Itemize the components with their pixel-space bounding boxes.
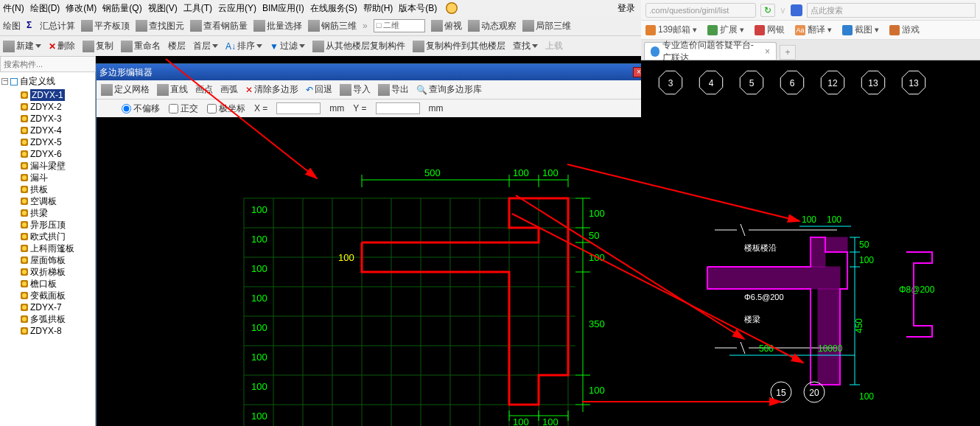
tool-topview[interactable]: 俯视 — [431, 20, 462, 32]
editor-titlebar[interactable]: 多边形编辑器 × — [97, 64, 648, 80]
clear-button[interactable]: ✕清除多边形 — [245, 83, 298, 96]
item-icon — [21, 209, 28, 217]
tree-item[interactable]: ZDYX-2 — [21, 101, 94, 113]
define-grid-button[interactable]: 定义网格 — [101, 83, 150, 96]
tree-item[interactable]: 漏斗 — [21, 172, 94, 184]
tree-item[interactable]: ZDYX-7 — [21, 301, 94, 313]
tree-item[interactable]: ZDYX-6 — [21, 148, 94, 160]
url-field[interactable]: .com/question/giml/list — [645, 3, 756, 18]
tool-find-elem[interactable]: 查找图元 — [136, 20, 184, 32]
export-button[interactable]: 导出 — [378, 83, 409, 96]
tree-item[interactable]: ZDYX-4 — [21, 125, 94, 136]
tree-item[interactable]: 空调板 — [21, 195, 94, 207]
sort-icon: A↓ — [225, 41, 236, 52]
login-link[interactable]: 登录 — [617, 2, 635, 15]
tree-item[interactable]: 拱梁 — [21, 207, 94, 219]
chevron-down-icon — [532, 44, 538, 48]
fav-screenshot[interactable]: 截图▾ — [842, 24, 879, 36]
sort-button[interactable]: A↓排序 — [225, 40, 262, 52]
menu-bim[interactable]: BIM应用(I) — [262, 2, 304, 15]
tree-item[interactable]: 双折梯板 — [21, 266, 94, 278]
arc-button[interactable]: 画弧 — [220, 83, 238, 96]
batch-icon — [253, 20, 265, 32]
tree-item[interactable]: 欧式拱门 — [21, 231, 94, 242]
tree-root[interactable]: 自定义线 — [1, 75, 94, 88]
y-label: Y = — [353, 103, 366, 114]
tab-close-icon[interactable]: × — [765, 46, 770, 57]
fav-mail[interactable]: 139邮箱▾ — [645, 24, 697, 36]
tool-sum[interactable]: 汇总计算 — [27, 20, 75, 32]
menu-view[interactable]: 视图(V) — [148, 2, 178, 15]
menu-tools[interactable]: 工具(T) — [183, 2, 212, 15]
item-label: 檐口板 — [30, 278, 57, 290]
tool-batch[interactable]: 批量选择 — [253, 20, 302, 32]
new-button[interactable]: 新建 — [3, 40, 41, 52]
item-label: ZDYX-6 — [30, 148, 62, 160]
rename-button[interactable]: 重命名 — [121, 40, 161, 52]
polar-check[interactable]: 极坐标 — [207, 102, 245, 115]
menu-version[interactable]: 版本号(B) — [399, 2, 437, 15]
undo-button[interactable]: ↶回退 — [306, 83, 332, 96]
copy-from-button[interactable]: 从其他楼层复制构件 — [312, 40, 405, 52]
view-mode-combo[interactable]: □ 二维 — [374, 19, 425, 32]
menu-rebar[interactable]: 钢筋量(Q) — [102, 2, 141, 15]
tree-item[interactable]: 多弧拱板 — [21, 313, 94, 325]
browser-tab[interactable]: 专业造价问题答疑平台-广联达 × — [644, 42, 777, 60]
floor-combo[interactable]: 首层 — [193, 40, 218, 52]
x-input[interactable] — [276, 102, 321, 114]
tree-item[interactable]: 异形压顶 — [21, 219, 94, 231]
tool-orbit[interactable]: 动态观察 — [468, 20, 517, 32]
menu-help[interactable]: 帮助(H) — [363, 2, 393, 15]
cad-viewport[interactable]: 3456121313 50 100 450 100 — [641, 60, 980, 426]
item-label: ZDYX-2 — [30, 101, 62, 113]
refresh-button[interactable]: ↻ — [760, 4, 775, 17]
fav-bank[interactable]: 网银 — [755, 24, 785, 36]
tree-item[interactable]: 拱板 — [21, 184, 94, 195]
line-button[interactable]: 直线 — [157, 83, 188, 96]
copy-to-button[interactable]: 复制构件到其他楼层 — [413, 40, 505, 52]
tool-flatten[interactable]: 平齐板顶 — [81, 20, 130, 32]
tool-rebar3d[interactable]: 钢筋三维 — [308, 20, 357, 32]
item-icon — [21, 139, 28, 146]
collapse-icon[interactable] — [1, 78, 8, 85]
filter-button[interactable]: ▼过滤 — [270, 40, 305, 52]
menu-cloud[interactable]: 云应用(Y) — [218, 2, 256, 15]
ortho-check[interactable]: 正交 — [169, 102, 198, 115]
fav-game[interactable]: 游戏 — [889, 24, 920, 36]
import-button[interactable]: 导入 — [340, 83, 371, 96]
upload-button[interactable]: 上载 — [545, 40, 563, 52]
fav-translate[interactable]: Aa翻译▾ — [795, 24, 832, 36]
item-label: 拱板 — [30, 184, 48, 195]
menu-draw[interactable]: 绘图(D) — [30, 2, 60, 15]
search-input[interactable] — [1, 57, 95, 71]
y-input[interactable] — [376, 102, 420, 114]
tree-item[interactable]: ZDYX-3 — [21, 113, 94, 125]
tree-item[interactable]: ZDYX-8 — [21, 325, 94, 337]
library-button[interactable]: 🔍查询多边形库 — [416, 83, 482, 96]
item-icon — [21, 327, 28, 335]
tool-view-rebar[interactable]: 查看钢筋量 — [190, 20, 248, 32]
tree-item[interactable]: 漏斗梁壁 — [21, 160, 94, 172]
noshift-radio[interactable]: 不偏移 — [122, 102, 160, 115]
tool-local3d[interactable]: 局部三维 — [522, 20, 571, 32]
fav-ext[interactable]: 扩展▾ — [707, 24, 744, 36]
tree-item[interactable]: 檐口板 — [21, 278, 94, 290]
tool-draw[interactable]: 绘图 — [3, 20, 21, 32]
menu-modify[interactable]: 修改(M) — [66, 2, 97, 15]
delete-button[interactable]: ✕删除 — [49, 40, 75, 52]
point-button[interactable]: 画点 — [195, 83, 213, 96]
tree-item[interactable]: ZDYX-1 — [21, 89, 94, 101]
copy-button[interactable]: 复制 — [83, 40, 113, 52]
face-icon — [446, 2, 458, 14]
cad-dim: 100 — [859, 255, 874, 265]
tree-item[interactable]: ZDYX-5 — [21, 136, 94, 148]
menu-online[interactable]: 在线服务(S) — [310, 2, 357, 15]
menu-file[interactable]: 件(N) — [3, 2, 24, 15]
tree-item[interactable]: 上科雨篷板 — [21, 242, 94, 254]
tree-item[interactable]: 屋面饰板 — [21, 254, 94, 266]
tree-item[interactable]: 变截面板 — [21, 290, 94, 301]
new-tab-button[interactable]: + — [780, 45, 796, 60]
browser-search-input[interactable]: 点此搜索 — [807, 3, 976, 18]
editor-canvas[interactable]: 500 100 100 100 50 100 350 100 100 100 1… — [97, 117, 648, 426]
find-button[interactable]: 查找 — [513, 40, 538, 52]
